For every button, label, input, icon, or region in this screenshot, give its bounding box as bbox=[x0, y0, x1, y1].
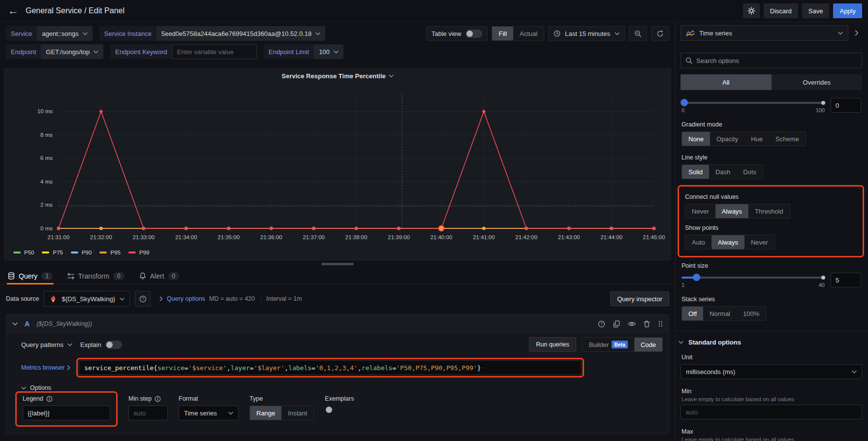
min-input[interactable] bbox=[681, 405, 862, 419]
legend-item-p90[interactable]: P90 bbox=[71, 250, 92, 255]
panel-settings-button[interactable] bbox=[743, 3, 760, 18]
visualization-picker[interactable]: Time series bbox=[681, 25, 848, 41]
opacity-slider[interactable] bbox=[682, 102, 825, 104]
gradient-mode-switch: NoneOpacityHueScheme bbox=[682, 131, 806, 146]
options-section-header[interactable]: Options bbox=[21, 384, 663, 391]
datasource-help-button[interactable]: ? bbox=[135, 291, 151, 307]
service-instance-value-dropdown[interactable]: 5eed0e5758a244aca6e7699415d360aa@10.52.0… bbox=[156, 26, 325, 41]
gradient-mode-switch-option-none[interactable]: None bbox=[682, 132, 710, 146]
trash-icon[interactable] bbox=[644, 320, 650, 327]
explain-toggle[interactable] bbox=[105, 341, 122, 349]
query-datasource-hint: (${DS_SkyWalking}) bbox=[36, 320, 92, 327]
tab-query[interactable]: Query 1 bbox=[7, 268, 54, 284]
builder-option[interactable]: Builder Beta bbox=[583, 338, 634, 351]
legend-swatch bbox=[13, 252, 21, 253]
opacity-value-box[interactable]: 0 bbox=[831, 98, 861, 113]
collapse-pane-button[interactable] bbox=[851, 25, 862, 41]
duplicate-icon[interactable] bbox=[613, 320, 620, 328]
gradient-mode-switch-option-scheme[interactable]: Scheme bbox=[769, 132, 806, 146]
tab-all[interactable]: All bbox=[681, 74, 772, 90]
eye-icon[interactable] bbox=[628, 321, 636, 327]
query-options-link[interactable]: Query options bbox=[167, 295, 205, 302]
drag-handle-icon[interactable] bbox=[658, 320, 663, 327]
min-step-input[interactable] bbox=[128, 406, 168, 420]
type-switch-option-range[interactable]: Range bbox=[250, 406, 281, 420]
stack-series-switch-option-100[interactable]: 100% bbox=[737, 307, 766, 320]
help-circle-icon[interactable]: ? bbox=[598, 320, 605, 328]
legend-input[interactable] bbox=[23, 406, 110, 420]
stack-series-switch-option-normal[interactable]: Normal bbox=[703, 307, 737, 320]
back-arrow-icon[interactable]: ← bbox=[8, 4, 19, 17]
query-inspector-button[interactable]: Query inspector bbox=[610, 291, 669, 306]
line-style-switch-option-solid[interactable]: Solid bbox=[682, 165, 709, 179]
svg-text:21:40:00: 21:40:00 bbox=[430, 234, 452, 240]
standard-options-header[interactable]: Standard options bbox=[681, 339, 862, 346]
tab-overrides[interactable]: Overrides bbox=[772, 74, 863, 90]
query-ref-id[interactable]: A bbox=[25, 320, 30, 328]
endpoint-limit-value-dropdown[interactable]: 100 bbox=[314, 44, 343, 59]
endpoint-keyword-input[interactable] bbox=[172, 44, 257, 59]
resize-handle[interactable] bbox=[321, 263, 354, 265]
query-toolbar: Query patterns Explain Run queries Build… bbox=[21, 337, 663, 352]
options-search-input[interactable] bbox=[696, 57, 857, 64]
fill-option[interactable]: Fill bbox=[492, 27, 513, 40]
point-size-label: Point size bbox=[682, 262, 861, 269]
endpoint-value-dropdown[interactable]: GET:/songs/top bbox=[41, 44, 103, 59]
format-value: Time series bbox=[184, 410, 217, 417]
connect-null-switch-option-never[interactable]: Never bbox=[685, 204, 715, 218]
unit-select[interactable]: milliseconds (ms) bbox=[681, 364, 862, 379]
info-icon bbox=[155, 396, 161, 402]
apply-button[interactable]: Apply bbox=[833, 3, 862, 18]
line-style-switch-option-dots[interactable]: Dots bbox=[737, 165, 763, 179]
section-divider bbox=[676, 331, 868, 331]
gradient-mode-switch-option-opacity[interactable]: Opacity bbox=[710, 132, 744, 146]
table-view-toggle[interactable] bbox=[465, 30, 482, 38]
connect-null-switch-option-always[interactable]: Always bbox=[715, 204, 748, 218]
metrics-browser-button[interactable]: Metrics browser bbox=[21, 364, 70, 371]
actual-option[interactable]: Actual bbox=[513, 27, 544, 40]
legend-item-p50[interactable]: P50 bbox=[13, 250, 34, 255]
legend-item-p95[interactable]: P95 bbox=[99, 250, 120, 255]
stack-series-switch-option-off[interactable]: Off bbox=[682, 307, 703, 320]
zoom-out-button[interactable] bbox=[629, 26, 647, 41]
query-patterns-button[interactable]: Query patterns bbox=[21, 341, 72, 348]
tab-alert[interactable]: Alert 0 bbox=[138, 268, 180, 284]
point-size-slider[interactable] bbox=[682, 277, 825, 279]
type-switch-option-instant[interactable]: Instant bbox=[281, 406, 313, 420]
service-value-dropdown[interactable]: agent::songs bbox=[37, 26, 92, 41]
collapse-chevron-icon[interactable] bbox=[12, 322, 18, 326]
format-label: Format bbox=[179, 395, 198, 402]
svg-text:2 ms: 2 ms bbox=[40, 202, 53, 208]
line-style-switch-option-dash[interactable]: Dash bbox=[709, 165, 737, 179]
chevron-down-icon bbox=[838, 32, 843, 35]
panel-title[interactable]: Service Response Time Percentile bbox=[4, 69, 671, 83]
table-view-label: Table view bbox=[432, 30, 462, 37]
legend-label: P75 bbox=[53, 250, 62, 255]
point-size-value-box[interactable]: 5 bbox=[831, 273, 861, 287]
run-queries-button[interactable]: Run queries bbox=[529, 337, 576, 352]
legend-item-p99[interactable]: P99 bbox=[128, 250, 149, 255]
query-card-header[interactable]: A (${DS_SkyWalking}) ? bbox=[6, 315, 669, 333]
show-points-switch-option-never[interactable]: Never bbox=[744, 235, 775, 249]
refresh-button[interactable] bbox=[651, 26, 669, 41]
time-series-chart[interactable]: 0 ms2 ms4 ms6 ms8 ms10 ms21:31:0021:32:0… bbox=[4, 83, 671, 247]
tab-transform[interactable]: Transform 0 bbox=[66, 268, 125, 284]
code-option[interactable]: Code bbox=[634, 338, 662, 351]
time-range-picker[interactable]: Last 15 minutes bbox=[548, 26, 625, 41]
tab-transform-count: 0 bbox=[113, 272, 124, 280]
opacity-slider-knob[interactable] bbox=[681, 99, 688, 106]
endpoint-label: Endpoint bbox=[6, 44, 41, 59]
discard-button[interactable]: Discard bbox=[764, 3, 798, 18]
connect-null-switch-option-threshold[interactable]: Threshold bbox=[748, 204, 790, 218]
save-button[interactable]: Save bbox=[802, 3, 830, 18]
promql-query-input[interactable]: service_percentile{service='$service', l… bbox=[79, 360, 582, 375]
show-points-switch-option-always[interactable]: Always bbox=[712, 235, 744, 249]
legend-swatch bbox=[71, 252, 78, 253]
gradient-mode-switch-option-hue[interactable]: Hue bbox=[744, 132, 769, 146]
legend-item-p75[interactable]: P75 bbox=[42, 250, 62, 255]
options-search[interactable] bbox=[681, 53, 862, 68]
point-size-slider-knob[interactable] bbox=[693, 274, 700, 281]
show-points-switch-option-auto[interactable]: Auto bbox=[685, 235, 712, 249]
format-select[interactable]: Time series bbox=[179, 406, 239, 420]
datasource-picker[interactable]: ${DS_SkyWalking} bbox=[44, 291, 130, 307]
